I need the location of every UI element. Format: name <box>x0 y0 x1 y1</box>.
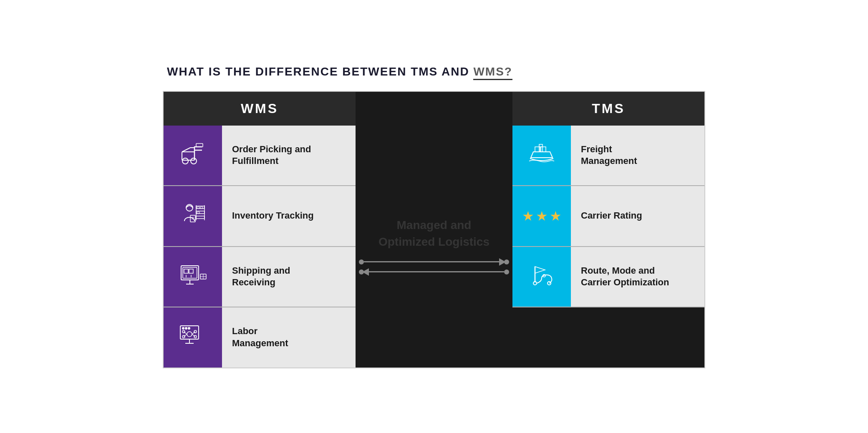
tms-label-freight-management: FreightManagement <box>571 135 647 176</box>
svg-rect-12 <box>196 216 204 219</box>
svg-rect-49 <box>539 144 542 147</box>
tms-icon-box-carrier-rating: ★ ★ ★ <box>512 186 571 246</box>
wms-row-labor-management: LaborManagement <box>164 307 356 368</box>
labor-icon <box>178 322 208 352</box>
middle-area: Managed and Optimized Logistics <box>356 126 512 368</box>
svg-point-5 <box>191 158 197 164</box>
wms-row-shipping-receiving: Shipping andReceiving <box>164 247 356 308</box>
tms-label-carrier-rating: Carrier Rating <box>571 201 652 230</box>
wms-header: WMS <box>164 92 356 126</box>
svg-rect-26 <box>189 269 193 273</box>
wms-icon-box-order-picking <box>164 126 222 186</box>
svg-line-6 <box>182 148 190 152</box>
wms-row-order-picking: Order Picking andFulfillment <box>164 126 356 186</box>
tms-side: FreightManagement ★ ★ ★ Carrier Rating <box>512 126 704 368</box>
page-container: WHAT IS THE DIFFERENCE BETWEEN TMS AND W… <box>163 65 705 368</box>
comparison-table: WMS TMS <box>163 91 705 368</box>
wms-icon-box-labor <box>164 307 222 368</box>
wms-side: Order Picking andFulfillment <box>164 126 356 368</box>
freight-icon <box>527 140 557 170</box>
middle-header <box>356 92 512 126</box>
svg-point-35 <box>188 327 190 329</box>
inventory-icon <box>178 201 208 231</box>
header-row: WMS TMS <box>164 92 704 126</box>
arrow-left <box>359 268 509 276</box>
tms-icon-box-freight <box>512 126 571 186</box>
tms-row-empty <box>512 307 704 368</box>
wms-label-inventory-tracking: Inventory Tracking <box>222 201 324 230</box>
page-title: WHAT IS THE DIFFERENCE BETWEEN TMS AND W… <box>163 65 705 78</box>
watermark-text: Managed and Optimized Logistics <box>378 217 490 249</box>
tms-row-freight-management: FreightManagement <box>512 126 704 186</box>
arrow-right <box>359 258 509 266</box>
wms-row-inventory-tracking: Inventory Tracking <box>164 186 356 247</box>
svg-point-33 <box>182 327 184 329</box>
wms-label-shipping-receiving: Shipping andReceiving <box>222 257 300 297</box>
tms-row-route-optimization: Route, Mode andCarrier Optimization <box>512 247 704 308</box>
svg-marker-53 <box>535 267 545 273</box>
star-1-icon: ★ <box>522 208 534 224</box>
wms-label-order-picking: Order Picking andFulfillment <box>222 135 321 176</box>
content-area: Order Picking andFulfillment <box>164 126 704 368</box>
tms-label-route-optimization: Route, Mode andCarrier Optimization <box>571 257 679 297</box>
tms-row-carrier-rating: ★ ★ ★ Carrier Rating <box>512 186 704 247</box>
wms-label-labor-management: LaborManagement <box>222 317 298 357</box>
star-3-icon: ★ <box>550 208 562 224</box>
shipping-icon <box>178 262 208 292</box>
wms-icon-box-shipping <box>164 247 222 307</box>
svg-rect-11 <box>196 211 204 214</box>
svg-point-4 <box>182 158 188 164</box>
forklift-icon <box>178 140 208 170</box>
svg-point-36 <box>187 332 192 337</box>
tms-header: TMS <box>512 92 704 126</box>
tms-icon-box-route <box>512 247 571 307</box>
star-group: ★ ★ ★ <box>522 208 562 224</box>
star-2-icon: ★ <box>536 208 548 224</box>
svg-point-34 <box>185 327 187 329</box>
svg-rect-48 <box>541 147 546 152</box>
wms-icon-box-inventory <box>164 186 222 246</box>
svg-rect-25 <box>184 269 188 273</box>
arrow-assembly <box>359 258 509 276</box>
route-icon <box>527 262 557 292</box>
